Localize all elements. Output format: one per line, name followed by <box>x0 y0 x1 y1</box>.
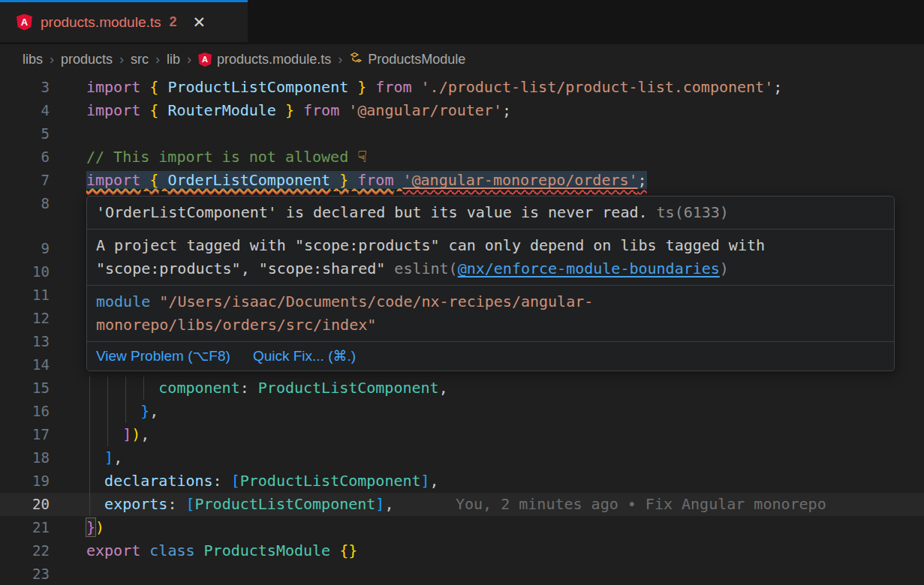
hover-status-bar: View Problem (⌥F8)Quick Fix... (⌘.) <box>87 341 894 370</box>
code-token <box>412 78 421 96</box>
indent-guide <box>89 423 90 446</box>
code-token: component <box>158 379 239 397</box>
code-line-7[interactable]: import { OrderListComponent } from '@ang… <box>86 169 924 192</box>
quick-fix-action[interactable]: Quick Fix... (⌘.) <box>253 347 356 365</box>
code-token <box>393 171 402 189</box>
code-token: ; <box>502 101 511 119</box>
code-token <box>330 542 339 560</box>
code-token: , <box>384 495 393 513</box>
hover-text-segment: ) <box>720 260 729 278</box>
view-problem-action[interactable]: View Problem (⌥F8) <box>96 347 230 365</box>
line-number-13[interactable]: 13 <box>0 330 50 353</box>
hover-message-line: A project tagged with "scope:products" c… <box>96 234 885 257</box>
code-token: [ <box>185 495 194 513</box>
code-token: : <box>240 379 258 397</box>
code-token <box>294 101 303 119</box>
indent-guide <box>89 400 90 423</box>
code-token <box>86 402 140 420</box>
hover-text-segment: ts(6133) <box>648 203 729 221</box>
line-number-23[interactable]: 23 <box>0 562 50 585</box>
code-token <box>158 101 167 119</box>
line-number-8[interactable]: 8 <box>0 192 50 215</box>
code-token <box>158 78 167 96</box>
line-number-20[interactable]: 20 <box>0 493 50 516</box>
code-line-5[interactable] <box>86 122 924 146</box>
code-line-23[interactable] <box>86 562 924 585</box>
line-number-3[interactable]: 3 <box>0 76 50 99</box>
code-line-15[interactable]: component: ProductListComponent, <box>86 376 924 400</box>
code-token: ) <box>131 425 140 443</box>
code-token <box>140 78 149 96</box>
nx-rule-link[interactable]: @nx/enforce-module-boundaries <box>458 260 720 278</box>
code-line-6[interactable]: // This import is not allowed ☟ <box>86 146 924 169</box>
line-number-19[interactable]: 19 <box>0 470 50 493</box>
code-token <box>86 425 122 443</box>
hover-message-line: module "/Users/isaac/Documents/code/nx-r… <box>96 290 885 314</box>
code-token: from <box>303 101 339 119</box>
hover-message-line: monorepo/libs/orders/src/index" <box>96 314 885 337</box>
code-token: export <box>86 542 140 560</box>
code-token: import <box>86 101 140 119</box>
line-number-11[interactable]: 11 <box>0 284 50 307</box>
code-token: ] <box>421 472 430 490</box>
code-token: class <box>149 542 194 560</box>
code-line-18[interactable]: ], <box>86 446 924 470</box>
code-line-19[interactable]: declarations: [ProductListComponent], <box>86 470 924 493</box>
line-number-7[interactable]: 7 <box>0 169 50 192</box>
hover-text-segment: module <box>96 292 159 310</box>
code-token <box>158 171 167 189</box>
line-number-21[interactable]: 21 <box>0 516 50 539</box>
code-line-22[interactable]: export class ProductsModule {} <box>86 539 924 562</box>
code-token: , <box>140 425 149 443</box>
code-token: } <box>339 171 348 189</box>
line-number-10[interactable]: 10 <box>0 260 50 284</box>
hover-section-eslint-error: A project tagged with "scope:products" c… <box>87 229 894 285</box>
code-token: ] <box>104 448 113 466</box>
line-number-4[interactable]: 4 <box>0 99 50 122</box>
code-token: { <box>149 101 158 119</box>
code-line-17[interactable]: ]), <box>86 423 924 446</box>
code-token: exports <box>104 495 167 513</box>
git-blame-annotation: You, 2 minutes ago • Fix Angular monorep… <box>456 493 826 516</box>
code-token: ] <box>375 495 384 513</box>
line-number-15[interactable]: 15 <box>0 376 50 400</box>
code-token: {} <box>339 542 357 560</box>
code-token: , <box>149 402 158 420</box>
code-token: [ <box>231 472 240 490</box>
code-line-4[interactable]: import { RouterModule } from '@angular/r… <box>86 99 924 122</box>
code-line-20[interactable]: exports: [ProductListComponent],You, 2 m… <box>86 493 924 516</box>
code-token <box>339 101 348 119</box>
code-token: { <box>149 78 158 96</box>
code-token: } <box>357 78 366 96</box>
hover-message-line: "scope:products", "scope:shared" eslint(… <box>96 257 885 280</box>
line-number-9[interactable]: 9 <box>0 237 50 260</box>
line-number-6[interactable]: 6 <box>0 146 50 169</box>
line-number-18[interactable]: 18 <box>0 446 50 470</box>
hover-text-segment: "/Users/isaac/Documents/code/nx-recipes/… <box>159 292 593 310</box>
line-number-14[interactable]: 14 <box>0 353 50 376</box>
code-token <box>348 78 357 96</box>
code-token: { <box>149 171 158 189</box>
code-line-16[interactable]: }, <box>86 400 924 423</box>
line-number-16[interactable]: 16 <box>0 400 50 423</box>
indent-guide <box>89 470 90 493</box>
code-token: ProductsModule <box>204 542 331 560</box>
code-token <box>276 101 285 119</box>
code-line-21[interactable]: }) <box>86 516 924 539</box>
hover-text-segment: monorepo/libs/orders/src/index" <box>96 316 376 334</box>
code-token: : <box>167 495 185 513</box>
code-line-3[interactable]: import { ProductListComponent } from './… <box>86 76 924 99</box>
line-number-12[interactable]: 12 <box>0 307 50 330</box>
indent-guide <box>89 376 90 400</box>
hover-section-module-info: module "/Users/isaac/Documents/code/nx-r… <box>87 285 894 341</box>
code-token: '@angular-monorepo/orders' <box>403 171 638 189</box>
indent-guide <box>89 493 90 516</box>
line-number-17[interactable]: 17 <box>0 423 50 446</box>
code-token <box>195 542 204 560</box>
code-token: } <box>285 101 294 119</box>
line-number-22[interactable]: 22 <box>0 539 50 562</box>
line-number-5[interactable]: 5 <box>0 122 50 146</box>
hover-message-line: 'OrderListComponent' is declared but its… <box>96 201 885 224</box>
code-token: ProductListComponent <box>258 379 439 397</box>
code-token <box>140 171 149 189</box>
